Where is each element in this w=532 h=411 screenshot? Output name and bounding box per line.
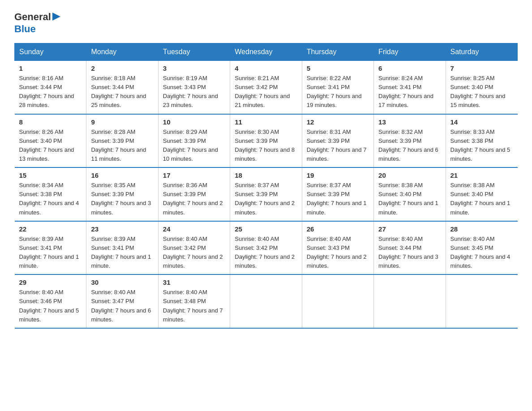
logo-triangle-icon [52,12,60,21]
day-info: Sunrise: 8:33 AMSunset: 3:38 PMDaylight:… [450,128,511,162]
day-info: Sunrise: 8:28 AMSunset: 3:39 PMDaylight:… [91,128,146,162]
calendar-cell: 4 Sunrise: 8:21 AMSunset: 3:42 PMDayligh… [230,61,302,114]
day-info: Sunrise: 8:37 AMSunset: 3:39 PMDaylight:… [235,182,295,215]
day-info: Sunrise: 8:40 AMSunset: 3:47 PMDaylight:… [91,289,151,322]
day-number: 3 [163,64,225,72]
day-info: Sunrise: 8:26 AMSunset: 3:40 PMDaylight:… [19,128,74,162]
calendar-cell: 26 Sunrise: 8:40 AMSunset: 3:43 PMDaylig… [302,221,373,275]
calendar-cell: 16 Sunrise: 8:35 AMSunset: 3:39 PMDaylig… [86,167,158,221]
calendar-cell: 14 Sunrise: 8:33 AMSunset: 3:38 PMDaylig… [446,114,517,168]
day-info: Sunrise: 8:39 AMSunset: 3:41 PMDaylight:… [91,235,151,269]
calendar-cell: 19 Sunrise: 8:37 AMSunset: 3:39 PMDaylig… [302,167,373,221]
logo: General Blue [14,11,60,35]
header-row: SundayMondayTuesdayWednesdayThursdayFrid… [15,43,518,61]
calendar-cell [302,274,373,328]
calendar-cell: 9 Sunrise: 8:28 AMSunset: 3:39 PMDayligh… [86,114,158,168]
day-number: 7 [450,64,513,72]
calendar-cell: 3 Sunrise: 8:19 AMSunset: 3:43 PMDayligh… [158,61,230,114]
week-row-2: 8 Sunrise: 8:26 AMSunset: 3:40 PMDayligh… [15,114,518,168]
header-saturday: Saturday [446,43,517,61]
day-number: 4 [235,64,297,72]
day-info: Sunrise: 8:19 AMSunset: 3:43 PMDaylight:… [163,75,218,108]
calendar-cell: 18 Sunrise: 8:37 AMSunset: 3:39 PMDaylig… [230,167,302,221]
day-info: Sunrise: 8:24 AMSunset: 3:41 PMDaylight:… [378,75,433,108]
calendar-body: 1 Sunrise: 8:16 AMSunset: 3:44 PMDayligh… [15,61,518,328]
calendar-cell: 25 Sunrise: 8:40 AMSunset: 3:42 PMDaylig… [230,221,302,275]
day-number: 1 [19,64,82,72]
calendar-cell: 30 Sunrise: 8:40 AMSunset: 3:47 PMDaylig… [86,274,158,328]
day-number: 21 [450,171,513,179]
calendar-cell: 20 Sunrise: 8:38 AMSunset: 3:40 PMDaylig… [374,167,446,221]
calendar-cell: 5 Sunrise: 8:22 AMSunset: 3:41 PMDayligh… [302,61,373,114]
day-info: Sunrise: 8:21 AMSunset: 3:42 PMDaylight:… [235,75,290,108]
calendar-cell: 23 Sunrise: 8:39 AMSunset: 3:41 PMDaylig… [86,221,158,275]
calendar-cell: 8 Sunrise: 8:26 AMSunset: 3:40 PMDayligh… [15,114,86,168]
week-row-3: 15 Sunrise: 8:34 AMSunset: 3:38 PMDaylig… [15,167,518,221]
calendar-cell: 28 Sunrise: 8:40 AMSunset: 3:45 PMDaylig… [446,221,517,275]
calendar-cell: 12 Sunrise: 8:31 AMSunset: 3:39 PMDaylig… [302,114,373,168]
day-info: Sunrise: 8:36 AMSunset: 3:39 PMDaylight:… [163,182,223,215]
day-number: 6 [378,64,441,72]
day-number: 10 [163,118,225,126]
logo-general: General [14,12,51,22]
day-number: 19 [307,171,369,179]
week-row-4: 22 Sunrise: 8:39 AMSunset: 3:41 PMDaylig… [15,221,518,275]
week-row-5: 29 Sunrise: 8:40 AMSunset: 3:46 PMDaylig… [15,274,518,328]
svg-marker-0 [52,13,60,21]
day-number: 2 [91,64,153,72]
day-number: 16 [91,171,153,179]
day-info: Sunrise: 8:25 AMSunset: 3:40 PMDaylight:… [450,75,506,108]
calendar-cell [374,274,446,328]
day-info: Sunrise: 8:22 AMSunset: 3:41 PMDaylight:… [307,75,362,108]
calendar-cell: 1 Sunrise: 8:16 AMSunset: 3:44 PMDayligh… [15,61,86,114]
day-number: 27 [378,225,441,233]
day-info: Sunrise: 8:40 AMSunset: 3:46 PMDaylight:… [19,289,79,322]
day-number: 22 [19,225,82,233]
week-row-1: 1 Sunrise: 8:16 AMSunset: 3:44 PMDayligh… [15,61,518,114]
day-info: Sunrise: 8:31 AMSunset: 3:39 PMDaylight:… [307,128,367,162]
calendar-cell: 10 Sunrise: 8:29 AMSunset: 3:39 PMDaylig… [158,114,230,168]
day-number: 31 [163,278,225,286]
calendar-cell: 2 Sunrise: 8:18 AMSunset: 3:44 PMDayligh… [86,61,158,114]
calendar-cell: 7 Sunrise: 8:25 AMSunset: 3:40 PMDayligh… [446,61,517,114]
day-info: Sunrise: 8:40 AMSunset: 3:44 PMDaylight:… [378,235,438,269]
calendar-cell: 17 Sunrise: 8:36 AMSunset: 3:39 PMDaylig… [158,167,230,221]
day-number: 14 [450,118,513,126]
calendar-table: SundayMondayTuesdayWednesdayThursdayFrid… [14,43,518,329]
calendar-cell: 15 Sunrise: 8:34 AMSunset: 3:38 PMDaylig… [15,167,86,221]
calendar-cell: 29 Sunrise: 8:40 AMSunset: 3:46 PMDaylig… [15,274,86,328]
day-info: Sunrise: 8:40 AMSunset: 3:43 PMDaylight:… [307,235,367,269]
day-number: 13 [378,118,441,126]
day-number: 18 [235,171,297,179]
calendar-cell: 27 Sunrise: 8:40 AMSunset: 3:44 PMDaylig… [374,221,446,275]
day-number: 5 [307,64,369,72]
day-number: 9 [91,118,153,126]
header-wednesday: Wednesday [230,43,302,61]
day-info: Sunrise: 8:40 AMSunset: 3:42 PMDaylight:… [235,235,295,269]
day-info: Sunrise: 8:38 AMSunset: 3:40 PMDaylight:… [450,182,511,215]
day-info: Sunrise: 8:40 AMSunset: 3:42 PMDaylight:… [163,235,223,269]
day-number: 11 [235,118,297,126]
day-info: Sunrise: 8:18 AMSunset: 3:44 PMDaylight:… [91,75,146,108]
day-info: Sunrise: 8:37 AMSunset: 3:39 PMDaylight:… [307,182,367,215]
day-number: 20 [378,171,441,179]
day-info: Sunrise: 8:30 AMSunset: 3:39 PMDaylight:… [235,128,295,162]
day-number: 29 [19,278,82,286]
day-info: Sunrise: 8:38 AMSunset: 3:40 PMDaylight:… [378,182,438,215]
day-info: Sunrise: 8:34 AMSunset: 3:38 PMDaylight:… [19,182,79,215]
logo-blue: Blue [14,23,60,35]
day-number: 24 [163,225,225,233]
day-number: 12 [307,118,369,126]
calendar-cell: 22 Sunrise: 8:39 AMSunset: 3:41 PMDaylig… [15,221,86,275]
day-info: Sunrise: 8:29 AMSunset: 3:39 PMDaylight:… [163,128,218,162]
day-number: 23 [91,225,153,233]
calendar-cell: 21 Sunrise: 8:38 AMSunset: 3:40 PMDaylig… [446,167,517,221]
calendar-cell: 11 Sunrise: 8:30 AMSunset: 3:39 PMDaylig… [230,114,302,168]
header-tuesday: Tuesday [158,43,230,61]
day-number: 28 [450,225,513,233]
day-info: Sunrise: 8:40 AMSunset: 3:48 PMDaylight:… [163,289,223,322]
calendar-cell [446,274,517,328]
day-info: Sunrise: 8:35 AMSunset: 3:39 PMDaylight:… [91,182,151,215]
header-sunday: Sunday [15,43,86,61]
day-info: Sunrise: 8:40 AMSunset: 3:45 PMDaylight:… [450,235,511,269]
